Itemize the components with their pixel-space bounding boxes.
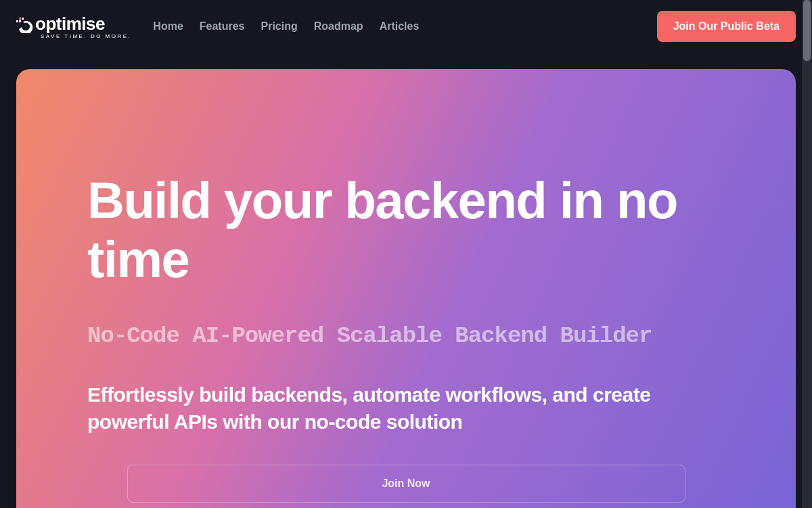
- hero-description: Effortlessly build backends, automate wo…: [87, 381, 725, 436]
- join-beta-button[interactable]: Join Our Public Beta: [657, 11, 796, 42]
- join-now-button[interactable]: Join Now: [127, 465, 685, 503]
- scrollbar-thumb[interactable]: [803, 0, 811, 61]
- nav-roadmap[interactable]: Roadmap: [314, 20, 363, 33]
- hero-title: Build your backend in no time: [87, 171, 725, 289]
- nav-pricing[interactable]: Pricing: [261, 20, 297, 33]
- main-nav: Home Features Pricing Roadmap Articles: [153, 20, 419, 33]
- header: optimise SAVE TIME. DO MORE. Home Featur…: [0, 0, 812, 53]
- scrollbar[interactable]: [802, 0, 812, 508]
- logo[interactable]: optimise SAVE TIME. DO MORE.: [16, 14, 131, 39]
- svg-rect-2: [16, 20, 18, 22]
- svg-rect-0: [19, 18, 21, 20]
- hero-section: Build your backend in no time No-Code AI…: [16, 69, 796, 508]
- nav-home[interactable]: Home: [153, 20, 183, 33]
- logo-main: optimise: [16, 14, 105, 35]
- header-left: optimise SAVE TIME. DO MORE. Home Featur…: [16, 14, 419, 39]
- logo-text: optimise: [35, 14, 105, 35]
- nav-features[interactable]: Features: [200, 20, 245, 33]
- svg-rect-1: [22, 18, 24, 20]
- nav-articles[interactable]: Articles: [380, 20, 420, 33]
- svg-rect-3: [19, 20, 21, 22]
- logo-tagline: SAVE TIME. DO MORE.: [41, 33, 131, 39]
- hero-subtitle: No-Code AI-Powered Scalable Backend Buil…: [87, 323, 725, 349]
- logo-icon: [16, 16, 34, 33]
